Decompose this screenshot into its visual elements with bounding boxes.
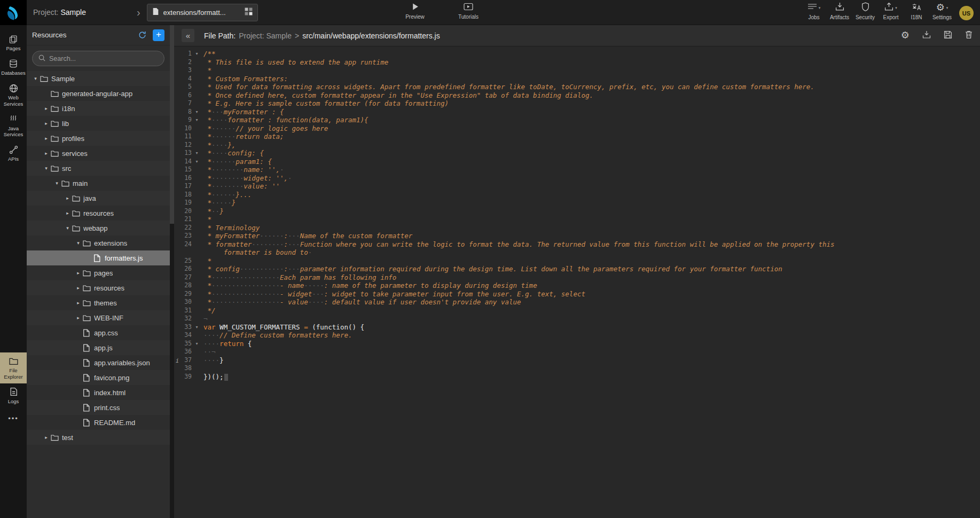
fold-toggle-icon[interactable]: ▾	[193, 116, 200, 124]
tree-item-themes[interactable]: ▸themes	[27, 295, 170, 310]
code-line[interactable]: i37····}	[174, 356, 980, 365]
code-line[interactable]: 2 * This file is used to extend the app …	[174, 58, 980, 67]
tree-caret-icon[interactable]: ▸	[74, 270, 83, 276]
tree-item-sample[interactable]: ▾Sample	[27, 71, 170, 86]
tree-item-profiles[interactable]: ▸profiles	[27, 131, 170, 146]
tree-item-favicon-png[interactable]: favicon.png	[27, 370, 170, 385]
code-line[interactable]: 31 */	[174, 307, 980, 315]
fold-toggle-icon[interactable]: ▾	[193, 158, 200, 166]
tree-item-main[interactable]: ▾main	[27, 176, 170, 191]
code-line[interactable]: 15 *········name: '',·	[174, 166, 980, 174]
tree-caret-icon[interactable]: ▾	[52, 180, 61, 186]
topbar-item-i18n[interactable]: I18N	[905, 3, 928, 20]
code-line[interactable]: 7 * E.g. Here is sample custom formatter…	[174, 99, 980, 108]
rail-item-databases[interactable]: Databases	[0, 55, 27, 80]
code-line[interactable]: 3 *	[174, 66, 980, 75]
tree-item-readme-md[interactable]: README.md	[27, 415, 170, 430]
code-line[interactable]: 34····// Define custom formatters here.	[174, 331, 980, 340]
open-file-tab[interactable]: extensions/formatt...	[147, 4, 258, 21]
fold-toggle-icon[interactable]: ▾	[193, 149, 200, 158]
code-line[interactable]: 12 *····},	[174, 141, 980, 150]
chevron-right-icon[interactable]: ›	[137, 6, 140, 19]
tree-item-generated-angular-app[interactable]: generated-angular-app	[27, 86, 170, 101]
code-line[interactable]: 35▾····return {	[174, 340, 980, 348]
fold-toggle-icon[interactable]: ▾	[193, 50, 200, 58]
code-line[interactable]: 18 *······}...	[174, 191, 980, 199]
user-avatar[interactable]: US	[959, 6, 974, 20]
download-button[interactable]	[922, 30, 931, 41]
code-line[interactable]: 13▾ *····config: {	[174, 149, 980, 158]
code-line[interactable]: 19 *·····}	[174, 199, 980, 207]
code-line[interactable]: 17 *········value: ''	[174, 182, 980, 191]
tree-caret-icon[interactable]: ▸	[42, 151, 51, 156]
fold-toggle-icon[interactable]: ▾	[193, 340, 200, 348]
topbar-item-jobs[interactable]: ▾Jobs	[802, 3, 826, 20]
code-line[interactable]: 6 * Once defined here, custom formatter …	[174, 91, 980, 100]
tree-item-resources[interactable]: ▸resources	[27, 206, 170, 221]
tree-item-print-css[interactable]: print.css	[27, 400, 170, 415]
tree-caret-icon[interactable]: ▾	[31, 76, 40, 81]
code-line[interactable]: 27 *·················Each param has foll…	[174, 273, 980, 282]
tree-caret-icon[interactable]: ▸	[74, 300, 83, 305]
tree-item-i18n[interactable]: ▸i18n	[27, 101, 170, 116]
rail-item-web-services[interactable]: Web Services	[0, 80, 27, 110]
code-line[interactable]: 21 *	[174, 215, 980, 224]
code-line[interactable]: 36··¬	[174, 348, 980, 356]
code-line[interactable]: 11 *······return data;	[174, 132, 980, 141]
code-line[interactable]: 30 *·················- value····: defaul…	[174, 298, 980, 307]
code-line[interactable]: 1▾/**	[174, 50, 980, 58]
topbar-item-preview[interactable]: Preview	[403, 3, 427, 20]
tree-caret-icon[interactable]: ▾	[42, 166, 51, 171]
tree-caret-icon[interactable]: ▸	[42, 106, 51, 111]
tree-item-services[interactable]: ▸services	[27, 146, 170, 161]
topbar-item-settings[interactable]: ⚙▾Settings	[930, 3, 954, 20]
tree-caret-icon[interactable]: ▸	[42, 435, 51, 440]
tree-caret-icon[interactable]: ▸	[74, 285, 83, 291]
save-button[interactable]	[944, 30, 952, 41]
rail-item-pages[interactable]: Pages	[0, 30, 27, 55]
code-line[interactable]: 33▾var WM_CUSTOM_FORMATTERS = (function(…	[174, 323, 980, 332]
delete-button[interactable]	[965, 30, 973, 41]
tree-item-extensions[interactable]: ▾extensions	[27, 236, 170, 250]
code-line[interactable]: 29 *·················- widget···: widget…	[174, 290, 980, 299]
code-editor[interactable]: 1▾/**2 * This file is used to extend the…	[174, 46, 980, 518]
tree-item-webapp[interactable]: ▾webapp	[27, 221, 170, 236]
tree-item-web-inf[interactable]: ▸WEB-INF	[27, 310, 170, 325]
tree-item-index-html[interactable]: index.html	[27, 385, 170, 400]
code-line[interactable]: 4 * Custom Formatters:	[174, 75, 980, 83]
code-line[interactable]: 8▾ *···myFormatter : {	[174, 108, 980, 116]
code-line[interactable]: 20 *··}	[174, 207, 980, 216]
tree-item-java[interactable]: ▸java	[27, 191, 170, 206]
tree-item-formatters-js[interactable]: formatters.js	[27, 250, 170, 265]
code-line[interactable]: 28 *·················- name·····: name o…	[174, 281, 980, 290]
wavemaker-logo-icon[interactable]	[0, 0, 27, 25]
topbar-item-security[interactable]: Security	[853, 3, 877, 20]
rail-item-logs[interactable]: Logs	[0, 383, 27, 408]
settings-button[interactable]: ⚙	[901, 30, 910, 41]
tree-caret-icon[interactable]: ▾	[74, 240, 83, 246]
tree-item-pages[interactable]: ▸pages	[27, 265, 170, 280]
code-line[interactable]: 32¬	[174, 315, 980, 323]
code-line[interactable]: 38	[174, 364, 980, 373]
tree-item-app-js[interactable]: app.js	[27, 340, 170, 355]
tree-caret-icon[interactable]: ▾	[63, 225, 72, 231]
tree-caret-icon[interactable]: ▸	[63, 195, 72, 201]
tree-caret-icon[interactable]: ▸	[63, 210, 72, 216]
grid-icon[interactable]	[245, 7, 253, 18]
rail-item-apis[interactable]: APIs	[0, 141, 27, 166]
code-line[interactable]: 14▾ *······param1: {	[174, 158, 980, 166]
add-resource-button[interactable]: +	[153, 29, 164, 41]
rail-item-file-explorer[interactable]: File Explorer	[0, 352, 27, 383]
topbar-item-export[interactable]: ▾Export	[879, 3, 903, 20]
tree-caret-icon[interactable]: ▸	[42, 121, 51, 126]
tree-caret-icon[interactable]: ▸	[42, 136, 51, 141]
scrollbar-thumb[interactable]	[170, 224, 174, 518]
fold-toggle-icon[interactable]: ▾	[193, 108, 200, 116]
fold-toggle-icon[interactable]: ▾	[193, 323, 200, 332]
code-line[interactable]: 26 * config···········:···parameter info…	[174, 265, 980, 273]
collapse-panel-icon[interactable]: «	[182, 29, 194, 42]
code-line[interactable]: 23 * myFormatter······:···Name of the cu…	[174, 232, 980, 240]
topbar-item-tutorials[interactable]: Tutorials	[457, 3, 480, 20]
tree-item-app-variables-json[interactable]: app.variables.json	[27, 355, 170, 370]
more-menu-icon[interactable]: •••	[8, 414, 19, 422]
